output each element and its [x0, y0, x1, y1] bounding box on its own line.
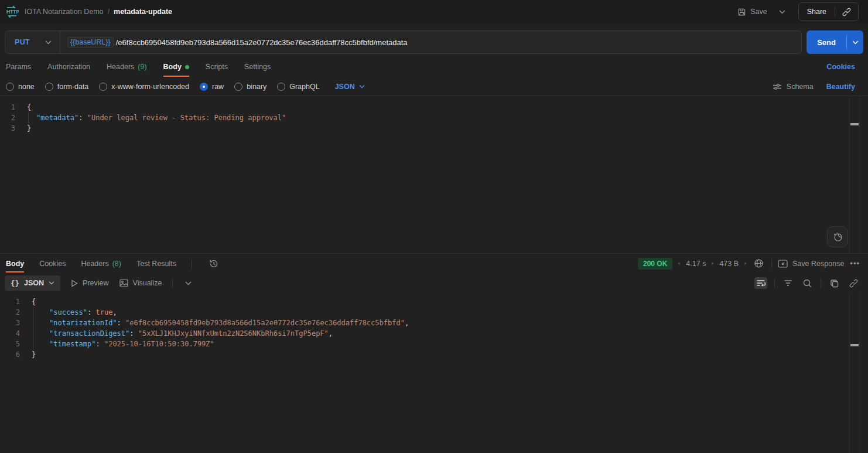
wrap-text-button[interactable] [754, 277, 767, 289]
copy-response-button[interactable] [828, 277, 840, 289]
share-label: Share [807, 8, 826, 16]
tab-label: Settings [244, 63, 271, 71]
code-line: 6} [0, 349, 868, 360]
request-body-editor[interactable]: 1{2"metadata": "Under legal review - Sta… [0, 96, 868, 253]
tab-authorization[interactable]: Authorization [47, 56, 90, 77]
http-request-icon: HTTP [5, 5, 19, 18]
send-options-chevron[interactable] [847, 30, 863, 54]
scroll-position-mark [850, 344, 859, 346]
code-line: 5"timestamp": "2025-10-16T10:50:30.799Z" [0, 339, 868, 349]
body-type-x-www-form-urlencoded[interactable]: x-www-form-urlencoded [99, 83, 189, 91]
headers-count-badge: (8) [112, 260, 121, 268]
body-type-none[interactable]: none [6, 83, 35, 91]
line-number: 1 [0, 102, 15, 113]
response-tabs: Body Cookies Headers (8) Test Results 20… [0, 253, 868, 273]
tab-label: Headers [81, 260, 108, 268]
body-type-graphql[interactable]: GraphQL [277, 83, 319, 91]
globe-icon [754, 258, 764, 268]
send-button[interactable]: Send [807, 30, 846, 54]
visualize-label: Visualize [133, 279, 162, 287]
tab-label: Test Results [136, 260, 176, 268]
indent-guide [33, 307, 49, 318]
more-options-button[interactable]: ••• [850, 259, 860, 268]
copy-link-button[interactable] [835, 3, 858, 21]
indent-guide [33, 318, 49, 328]
postbot-sparkle-icon [832, 231, 843, 242]
indent-guide [33, 328, 49, 339]
play-icon [71, 280, 78, 287]
chevron-down-icon [49, 281, 54, 285]
request-code-lines: 1{2"metadata": "Under legal review - Sta… [0, 102, 868, 134]
response-body-editor[interactable]: 1{2"success": true,3"notarizationId": "e… [0, 293, 868, 453]
code-line: 2"success": true, [0, 307, 868, 318]
url-variable-chip[interactable]: {{baseURL}} [67, 37, 114, 47]
radio-label: none [18, 83, 35, 91]
status-badge[interactable]: 200 OK [638, 258, 672, 270]
response-time[interactable]: 4.17 s [686, 260, 706, 268]
schema-label: Schema [787, 83, 814, 91]
visualize-button[interactable]: Visualize [119, 279, 162, 287]
tab-headers[interactable]: Headers (9) [107, 56, 147, 77]
send-button-group: Send [807, 30, 863, 54]
response-tab-headers[interactable]: Headers (8) [81, 254, 121, 273]
request-url-row: PUT {{baseURL}} /e6f8ccb6950458fd9eb793d… [0, 23, 868, 56]
code-line: 4"transactionDigest": "5xXLJ1KHJxyiNNfxU… [0, 328, 868, 339]
radio-icon [99, 83, 107, 91]
method-selector[interactable]: PUT [5, 31, 60, 53]
share-button[interactable]: Share [799, 3, 835, 21]
line-number: 3 [0, 123, 15, 134]
line-number: 2 [0, 307, 20, 318]
url-input[interactable]: {{baseURL}} /e6f8ccb6950458fd9eb793d8a56… [60, 37, 415, 47]
response-tab-body[interactable]: Body [6, 254, 24, 273]
view-options-chevron[interactable] [183, 280, 193, 287]
dot-separator [678, 263, 680, 264]
dot-separator [744, 263, 746, 264]
save-response-button[interactable]: Save Response [778, 260, 844, 268]
image-icon [119, 279, 128, 287]
breadcrumb-collection[interactable]: IOTA Notarization Demo [25, 8, 104, 16]
tab-scripts[interactable]: Scripts [206, 56, 228, 77]
breadcrumb-request-name[interactable]: metadata-update [114, 8, 172, 16]
tab-label: Body [163, 63, 182, 71]
schema-button[interactable]: Schema [773, 83, 814, 91]
send-label: Send [817, 38, 836, 47]
request-editor-scrollbar[interactable] [849, 96, 860, 253]
braces-icon: {} [11, 279, 19, 288]
radio-label: raw [212, 83, 224, 91]
language-selector[interactable]: JSON [335, 83, 365, 91]
save-response-label: Save Response [792, 260, 844, 268]
response-tab-cookies[interactable]: Cookies [39, 254, 66, 273]
postbot-button[interactable] [827, 226, 848, 247]
radio-icon [6, 83, 14, 91]
response-tab-test-results[interactable]: Test Results [136, 254, 176, 273]
cookies-link[interactable]: Cookies [826, 63, 855, 71]
app-window: HTTP IOTA Notarization Demo / metadata-u… [0, 0, 868, 453]
beautify-button[interactable]: Beautify [826, 83, 855, 91]
tab-settings[interactable]: Settings [244, 56, 271, 77]
filter-button[interactable] [782, 278, 794, 288]
chevron-down-icon [852, 40, 859, 45]
tab-label: Scripts [206, 63, 228, 71]
response-size[interactable]: 473 B [719, 260, 739, 268]
body-type-raw[interactable]: raw [200, 83, 224, 91]
chevron-down-icon [779, 10, 785, 14]
response-format-selector[interactable]: {} JSON [5, 275, 60, 291]
search-button[interactable] [801, 277, 814, 289]
share-button-group: Share [798, 2, 859, 21]
body-type-binary[interactable]: binary [234, 83, 266, 91]
network-info-button[interactable] [752, 257, 766, 270]
tab-params[interactable]: Params [6, 56, 31, 77]
code-line: 3} [0, 123, 868, 134]
response-history-button[interactable] [207, 257, 220, 270]
link-icon [842, 8, 851, 16]
body-type-form-data[interactable]: form-data [45, 83, 89, 91]
save-button[interactable]: Save [733, 4, 772, 20]
divider [774, 278, 775, 288]
response-editor-scrollbar[interactable] [849, 293, 860, 453]
save-options-chevron[interactable] [775, 6, 789, 18]
copy-link-button[interactable] [848, 277, 860, 289]
tab-body[interactable]: Body [163, 56, 189, 77]
preview-button[interactable]: Preview [71, 279, 108, 287]
radio-icon [234, 83, 242, 91]
tab-label: Cookies [39, 260, 66, 268]
